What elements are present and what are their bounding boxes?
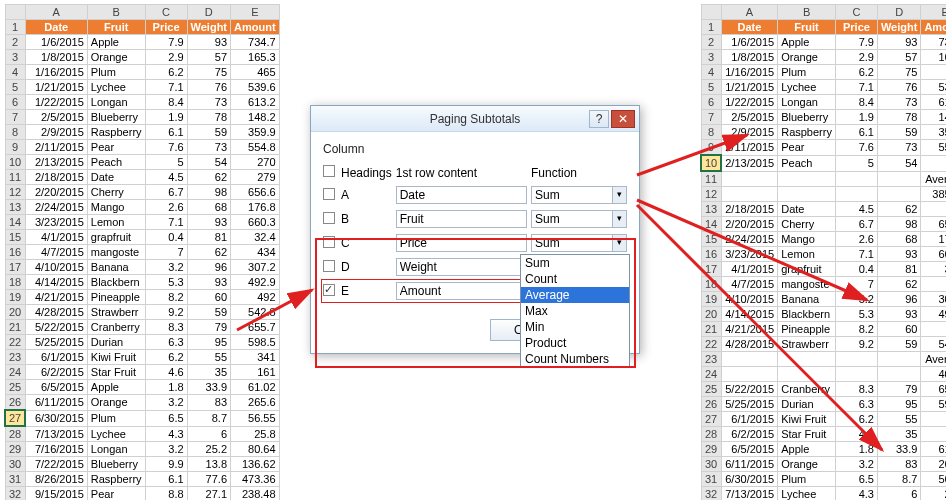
- cell[interactable]: Strawberr: [87, 305, 145, 320]
- cell[interactable]: 54: [187, 155, 230, 170]
- row-header[interactable]: 10: [701, 155, 721, 171]
- cell[interactable]: 93: [187, 275, 230, 290]
- row-header[interactable]: 12: [701, 187, 721, 202]
- cell[interactable]: 6.2: [835, 412, 877, 427]
- cell[interactable]: 6.1: [145, 472, 187, 487]
- cell[interactable]: 68: [187, 200, 230, 215]
- cell[interactable]: 655.7: [921, 382, 946, 397]
- cell[interactable]: 2/18/2015: [25, 170, 87, 185]
- cell[interactable]: 4/7/2015: [721, 277, 777, 292]
- cell[interactable]: 98: [187, 185, 230, 200]
- col-header[interactable]: B: [778, 5, 836, 20]
- cell[interactable]: 5/25/2015: [25, 335, 87, 350]
- cell[interactable]: Lychee: [778, 80, 836, 95]
- cell[interactable]: 55: [187, 350, 230, 365]
- cell[interactable]: 4/21/2015: [721, 322, 777, 337]
- cell[interactable]: 54: [877, 155, 920, 171]
- cell[interactable]: 8.8: [145, 487, 187, 501]
- cell[interactable]: 56.55: [921, 472, 946, 487]
- row-header[interactable]: 3: [701, 50, 721, 65]
- row-header[interactable]: 7: [5, 110, 25, 125]
- row-header[interactable]: 29: [5, 442, 25, 457]
- cell[interactable]: 7.9: [145, 35, 187, 50]
- row-header[interactable]: 25: [5, 380, 25, 395]
- cell[interactable]: Blueberry: [778, 110, 836, 125]
- cell[interactable]: 7.1: [835, 80, 877, 95]
- chevron-down-icon[interactable]: ▾: [612, 187, 626, 203]
- cell[interactable]: Plum: [87, 410, 145, 426]
- cell[interactable]: Orange: [778, 457, 836, 472]
- cell[interactable]: 2/9/2015: [25, 125, 87, 140]
- dropdown-option[interactable]: Min: [521, 319, 629, 335]
- cell[interactable]: 79: [877, 382, 920, 397]
- chevron-down-icon[interactable]: ▾: [612, 235, 626, 251]
- cell[interactable]: 7/22/2015: [25, 457, 87, 472]
- cell[interactable]: 1.9: [145, 110, 187, 125]
- row-header[interactable]: 6: [5, 95, 25, 110]
- function-combo[interactable]: Sum▾: [531, 234, 627, 252]
- cell[interactable]: 165.3: [231, 50, 280, 65]
- row-header[interactable]: 32: [701, 487, 721, 501]
- cell[interactable]: 7/13/2015: [721, 487, 777, 501]
- col-header[interactable]: D: [187, 5, 230, 20]
- col-header[interactable]: D: [877, 5, 920, 20]
- cell[interactable]: 33.9: [187, 380, 230, 395]
- column-checkbox[interactable]: [323, 284, 335, 296]
- cell[interactable]: 492.9: [231, 275, 280, 290]
- cell[interactable]: 8.2: [145, 290, 187, 305]
- cell[interactable]: 2/5/2015: [25, 110, 87, 125]
- cell[interactable]: 1/16/2015: [25, 65, 87, 80]
- cell[interactable]: mangoste: [87, 245, 145, 260]
- cell[interactable]: 27.1: [187, 487, 230, 501]
- dropdown-option[interactable]: Product: [521, 335, 629, 351]
- cell[interactable]: 93: [187, 215, 230, 230]
- cell[interactable]: Peach: [778, 155, 836, 171]
- cell[interactable]: Pear: [778, 140, 836, 156]
- cell[interactable]: 73: [877, 140, 920, 156]
- cell[interactable]: Blueberry: [87, 110, 145, 125]
- cell[interactable]: 76: [877, 80, 920, 95]
- cell[interactable]: Star Fruit: [778, 427, 836, 442]
- cell[interactable]: Plum: [778, 472, 836, 487]
- row-header[interactable]: 4: [701, 65, 721, 80]
- cell[interactable]: 238.48: [231, 487, 280, 501]
- cell[interactable]: Cranberry: [87, 320, 145, 335]
- cell[interactable]: 8.4: [145, 95, 187, 110]
- cell[interactable]: 9.2: [835, 337, 877, 352]
- cell[interactable]: 0.4: [835, 262, 877, 277]
- row-header[interactable]: 24: [5, 365, 25, 380]
- row-header[interactable]: 18: [5, 275, 25, 290]
- cell[interactable]: 25.2: [187, 442, 230, 457]
- cell[interactable]: 7.1: [145, 215, 187, 230]
- function-dropdown-list[interactable]: SumCountAverageMaxMinProductCount Number…: [520, 254, 630, 368]
- cell[interactable]: 5/22/2015: [721, 382, 777, 397]
- cell[interactable]: 434: [231, 245, 280, 260]
- row-header[interactable]: 9: [701, 140, 721, 156]
- row-header[interactable]: 27: [5, 410, 25, 426]
- cell[interactable]: 59: [187, 305, 230, 320]
- cell[interactable]: 2/5/2015: [721, 110, 777, 125]
- function-combo[interactable]: Sum▾: [531, 210, 627, 228]
- cell[interactable]: 7.9: [835, 35, 877, 50]
- cell[interactable]: 161: [921, 427, 946, 442]
- cell[interactable]: Orange: [87, 50, 145, 65]
- column-checkbox[interactable]: [323, 236, 335, 248]
- cell[interactable]: 61.02: [921, 442, 946, 457]
- cell[interactable]: 1/8/2015: [721, 50, 777, 65]
- cell[interactable]: 8.3: [835, 382, 877, 397]
- cell[interactable]: 6/30/2015: [25, 410, 87, 426]
- cell[interactable]: 9.9: [145, 457, 187, 472]
- cell[interactable]: Pineapple: [87, 290, 145, 305]
- cell[interactable]: 60: [877, 322, 920, 337]
- cell[interactable]: Mango: [778, 232, 836, 247]
- cell[interactable]: 1/22/2015: [25, 95, 87, 110]
- cell[interactable]: 265.6: [231, 395, 280, 411]
- row-header[interactable]: 5: [5, 80, 25, 95]
- cell[interactable]: Raspberry: [87, 125, 145, 140]
- close-button[interactable]: ✕: [611, 110, 635, 128]
- col-header[interactable]: E: [231, 5, 280, 20]
- cell[interactable]: Apple: [87, 380, 145, 395]
- cell[interactable]: Mango: [87, 200, 145, 215]
- cell[interactable]: 75: [187, 65, 230, 80]
- cell[interactable]: 2/9/2015: [721, 125, 777, 140]
